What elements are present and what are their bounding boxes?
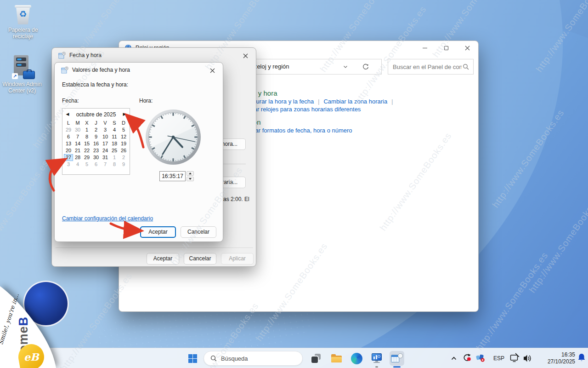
calendar-settings-link[interactable]: Cambiar configuración del calendario xyxy=(62,215,153,222)
calendar-day-cell[interactable]: 14 xyxy=(73,140,82,147)
calendar-day-cell[interactable]: 4 xyxy=(110,126,119,133)
calendar-day-cell[interactable]: 4 xyxy=(73,161,82,168)
calendar-day-cell[interactable]: 3 xyxy=(64,161,73,168)
calendar-day-cell[interactable]: 26 xyxy=(119,147,128,154)
search-input[interactable] xyxy=(393,59,462,74)
ok-button[interactable]: Aceptar xyxy=(147,253,179,264)
calendar-day-cell[interactable]: 11 xyxy=(110,133,119,140)
calendar-day-cell[interactable]: 21 xyxy=(73,147,82,154)
calendar-day-cell[interactable]: 16 xyxy=(91,140,101,147)
task-view-icon xyxy=(311,353,322,364)
recycle-bin-icon: ♻ xyxy=(15,5,31,25)
calendar-day-cell[interactable]: 8 xyxy=(82,133,91,140)
taskbar-clock[interactable]: 16:35 27/10/2025 xyxy=(536,351,575,365)
close-button[interactable] xyxy=(457,41,478,55)
calendar-day-cell[interactable]: 10 xyxy=(101,133,110,140)
triangle-up-icon xyxy=(189,172,192,174)
calendar-day-cell[interactable]: 31 xyxy=(101,154,110,161)
desktop-icon-label: Papelera de reciclaje xyxy=(2,27,44,40)
dialog-close-button[interactable] xyxy=(238,50,252,61)
cancel-button[interactable]: Cancelar xyxy=(181,226,216,238)
clock-time: 16:35 xyxy=(536,351,575,358)
calendar-day-cell[interactable]: 19 xyxy=(119,140,128,147)
control-panel-search[interactable] xyxy=(388,59,474,75)
calendar-day-cell[interactable]: 2 xyxy=(91,126,101,133)
time-field[interactable]: 16:35:17 xyxy=(159,171,186,181)
calendar-day-cell[interactable]: 1 xyxy=(82,126,91,133)
calendar-day-cell[interactable]: 12 xyxy=(119,133,128,140)
refresh-icon[interactable] xyxy=(362,63,369,70)
calendar-day-cell[interactable]: 6 xyxy=(64,133,73,140)
calendar-day-cell[interactable]: 9 xyxy=(119,161,128,168)
briefcase-icon xyxy=(23,71,35,79)
server-slot xyxy=(16,63,26,67)
dialog-titlebar[interactable]: Valores de fecha y hora xyxy=(55,63,223,74)
tray-overflow-button[interactable] xyxy=(448,351,459,366)
tray-device-icon[interactable] xyxy=(475,351,486,366)
calendar-day-cell[interactable]: 24 xyxy=(101,147,110,154)
calendar-day-cell[interactable]: 13 xyxy=(64,140,73,147)
taskbar-search-input[interactable] xyxy=(221,355,290,362)
desktop-icon-recycle-bin[interactable]: ♻ Papelera de reciclaje xyxy=(2,5,44,40)
analog-clock xyxy=(145,109,202,166)
calendar-day-cell[interactable]: 1 xyxy=(110,154,119,161)
date-label: Fecha: xyxy=(62,98,79,104)
dialog-close-button[interactable] xyxy=(205,65,219,76)
control-panel-icon xyxy=(371,353,382,364)
calendar-day-cell[interactable]: 7 xyxy=(73,133,82,140)
dialog-titlebar[interactable]: Fecha y hora xyxy=(52,48,256,59)
calendar-day-cell[interactable]: 3 xyxy=(101,126,110,133)
calendar-day-cell[interactable]: 8 xyxy=(110,161,119,168)
task-view-button[interactable] xyxy=(309,351,323,366)
calendar-day-cell[interactable]: 28 xyxy=(73,154,82,161)
tray-display-pen-icon[interactable] xyxy=(509,351,520,366)
calendar-day-cell[interactable]: 15 xyxy=(82,140,91,147)
calendar-day-cell[interactable]: 27 xyxy=(64,154,73,161)
taskbar-search[interactable] xyxy=(204,351,303,366)
close-icon xyxy=(465,46,470,51)
minimize-button[interactable] xyxy=(414,41,435,55)
calendar-day-cell[interactable]: 20 xyxy=(64,147,73,154)
calendar-day-cell[interactable]: 5 xyxy=(82,161,91,168)
calendar-day-cell[interactable]: 30 xyxy=(73,126,82,133)
calendar-day-header: J xyxy=(91,120,101,126)
control-panel-taskbar-button[interactable] xyxy=(369,351,384,366)
tray-sync-icon[interactable] xyxy=(461,351,472,366)
edge-browser-button[interactable] xyxy=(349,351,364,366)
calendar-day-cell[interactable]: 22 xyxy=(82,147,91,154)
maximize-button[interactable] xyxy=(435,41,457,55)
notification-center-button[interactable] xyxy=(576,351,587,366)
tray-language-indicator[interactable]: ESP xyxy=(491,351,507,366)
calendar-day-cell[interactable]: 29 xyxy=(82,154,91,161)
calendar-day-cell[interactable]: 18 xyxy=(110,140,119,147)
link-add-clocks[interactable]: Agregar relojes para zonas horarias dife… xyxy=(238,106,361,113)
calendar-day-cell[interactable]: 5 xyxy=(119,126,128,133)
running-indicator xyxy=(375,366,378,368)
start-button[interactable] xyxy=(185,351,200,366)
spinner-up-button[interactable] xyxy=(187,171,194,176)
calendar-next-button[interactable]: ▶ xyxy=(121,111,128,117)
calendar-day-cell[interactable]: 7 xyxy=(101,161,110,168)
ok-button[interactable]: Aceptar xyxy=(140,226,176,238)
calendar-clock-icon xyxy=(391,353,403,363)
calendar-day-cell[interactable]: 25 xyxy=(110,147,119,154)
cancel-button[interactable]: Cancelar xyxy=(184,253,216,264)
calendar-day-cell[interactable]: 30 xyxy=(91,154,101,161)
calendar-day-cell[interactable]: 23 xyxy=(91,147,101,154)
sync-arrows-icon xyxy=(461,352,472,365)
desktop-icon-windows-admin-center[interactable]: ↗ Windows Admin Center (v2) xyxy=(1,55,43,94)
calendar-prev-button[interactable]: ◀ xyxy=(64,111,71,117)
link-change-timezone[interactable]: Cambiar la zona horaria xyxy=(323,98,387,105)
tray-volume-icon[interactable] xyxy=(522,351,533,366)
chevron-down-icon[interactable] xyxy=(343,64,348,69)
calendar-day-cell[interactable]: 6 xyxy=(91,161,101,168)
calendar-day-cell[interactable]: 2 xyxy=(119,154,128,161)
spinner-down-button[interactable] xyxy=(187,177,194,181)
calendar-day-cell[interactable]: 9 xyxy=(91,133,101,140)
calendar-day-cell[interactable]: 17 xyxy=(101,140,110,147)
calendar-clock-icon xyxy=(61,66,68,74)
dst-info-text: as 2:00. El xyxy=(223,196,249,202)
datetime-dialog-taskbar-button[interactable] xyxy=(390,351,404,366)
calendar-day-cell[interactable]: 29 xyxy=(64,126,73,133)
file-explorer-button[interactable] xyxy=(329,351,344,366)
